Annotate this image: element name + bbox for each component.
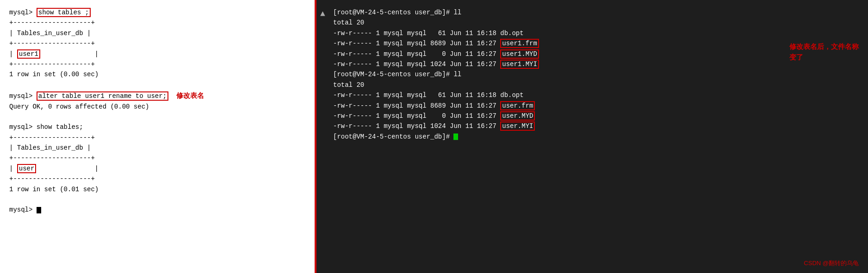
right-total-1: total 20 [333,18,859,28]
file-user-myd: user.MYD [500,111,535,121]
right-dbopt-2: -rw-r----- 1 mysql mysql 61 Jun 11 16:18… [333,90,859,100]
right-usermyd: -rw-r----- 1 mysql mysql 0 Jun 11 16:27 … [333,111,859,121]
right-user1frm: -rw-r----- 1 mysql mysql 8689 Jun 11 16:… [333,38,859,49]
right-prompt-2: [root@VM-24-5-centos user_db]# ll [333,69,859,79]
line-show-tables-1: mysql> show tables ; [9,7,305,18]
line-alter-table: mysql> alter table user1 rename to user;… [9,90,305,101]
right-userfrm: -rw-r----- 1 mysql mysql 8689 Jun 11 16:… [333,101,859,111]
right-prompt-1: [root@VM-24-5-centos user_db]# ll [333,7,859,18]
line-show-tables-2: mysql> show tables; [9,122,305,132]
file-user1-frm: user1.frm [500,39,539,48]
file-user-frm: user.frm [500,101,535,110]
line-header-1: | Tables_in_user_db | [9,28,305,38]
file-user-myi: user.MYI [500,121,535,131]
show-tables-cmd-1: show tables ; [37,8,91,17]
annotation-line1: 修改表名后，文件名称 [789,42,859,50]
file-user1-myi: user1.MYI [500,60,539,69]
mysql-prompt-1: mysql> [9,9,37,16]
green-cursor [453,133,458,140]
right-annotation: 修改表名后，文件名称 变了 [789,42,859,62]
right-user1myi: -rw-r----- 1 mysql mysql 1024 Jun 11 16:… [333,59,859,69]
scroll-up-icon: ▲ [320,7,325,21]
mysql-prompt-2: mysql> [9,92,37,100]
line-separator-6: +--------------------+ [9,174,305,184]
annotation-rename: 修改表名 [176,91,204,99]
right-usermyi: -rw-r----- 1 mysql mysql 1024 Jun 11 16:… [333,121,859,131]
line-separator-3: +--------------------+ [9,59,305,69]
line-header-2: | Tables_in_user_db | [9,143,305,153]
line-separator-4: +--------------------+ [9,133,305,143]
right-total-2: total 20 [333,80,859,90]
annotation-line2: 变了 [789,53,803,61]
csdn-watermark: CSDN @翻转的乌龟 [804,259,859,268]
line-user-row: | user | [9,164,305,174]
line-query-ok: Query OK, 0 rows affected (0.00 sec) [9,102,305,112]
line-separator-2: +--------------------+ [9,38,305,49]
line-rowcount-2: 1 row in set (0.01 sec) [9,184,305,194]
user-value: user [17,164,37,173]
file-user1-myd: user1.MYD [500,49,539,59]
line-final-prompt: mysql> [9,205,305,215]
user1-value: user1 [17,49,40,59]
right-final-prompt: [root@VM-24-5-centos user_db]# [333,132,859,142]
right-user1myd: -rw-r----- 1 mysql mysql 0 Jun 11 16:27 … [333,49,859,59]
line-separator-1: +--------------------+ [9,18,305,28]
line-user1-row: | user1 | [9,49,305,59]
right-panel: ▲ [root@VM-24-5-centos user_db]# ll tota… [316,0,868,273]
alter-table-cmd: alter table user1 rename to user; [37,91,168,101]
left-panel: mysql> show tables ; +------------------… [0,0,315,273]
line-rowcount-1: 1 row in set (0.00 sec) [9,69,305,79]
line-separator-5: +--------------------+ [9,153,305,163]
right-dbopt-1: -rw-r----- 1 mysql mysql 61 Jun 11 16:18… [333,28,859,38]
